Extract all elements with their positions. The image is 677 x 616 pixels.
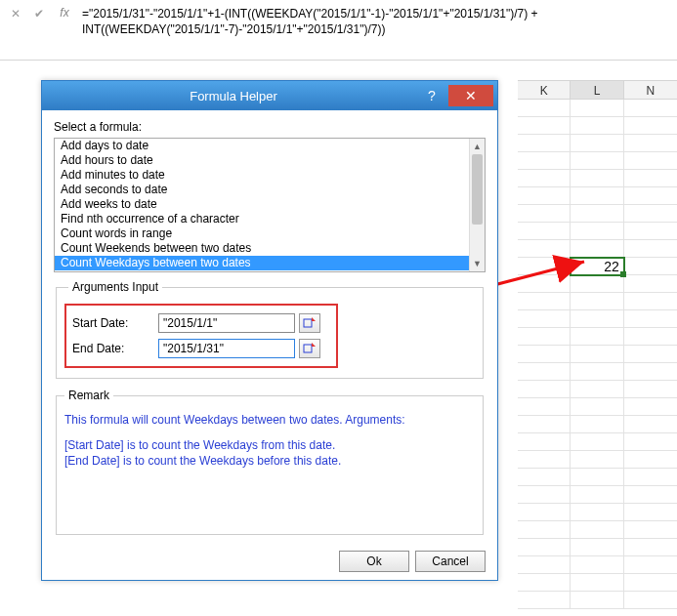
formula-list-item[interactable]: Find nth occurrence of a character [55, 212, 469, 226]
scroll-up-icon[interactable]: ▲ [470, 139, 485, 154]
formula-bar: ✕ ✔ fx ="2015/1/31"-"2015/1/1"+1-(INT((W… [0, 2, 677, 61]
remark-fieldset: Remark This formula will count Weekdays … [56, 389, 484, 535]
formula-list-item[interactable]: Add hours to date [55, 153, 469, 168]
help-button[interactable]: ? [415, 85, 448, 106]
fx-label[interactable]: fx [53, 4, 76, 20]
remark-line-1: This formula will count Weekdays between… [64, 412, 475, 428]
dialog-button-row: Ok Cancel [54, 545, 486, 572]
formula-list-item[interactable]: Add days to date [55, 139, 469, 153]
dialog-title: Formula Helper [52, 89, 415, 103]
formula-input[interactable]: ="2015/1/31"-"2015/1/1"+1-(INT((WEEKDAY(… [76, 4, 671, 39]
column-header-l[interactable]: L [571, 80, 623, 100]
remark-line-2: [Start Date] is to count the Weekdays fr… [64, 437, 475, 453]
end-date-label: End Date: [72, 342, 154, 355]
dialog-titlebar[interactable]: Formula Helper ? ✕ [42, 81, 497, 110]
formula-list-item[interactable]: Count Weekends between two dates [55, 241, 469, 256]
remark-legend: Remark [64, 389, 113, 402]
end-date-input[interactable] [158, 339, 295, 358]
start-date-label: Start Date: [72, 316, 154, 330]
formula-helper-dialog: Formula Helper ? ✕ Select a formula: Add… [41, 80, 498, 581]
formula-list-item[interactable]: Count the number of specific weekday [55, 270, 469, 272]
select-formula-label: Select a formula: [54, 120, 486, 134]
scroll-thumb[interactable] [472, 154, 483, 225]
scrollbar[interactable]: ▲ ▼ [469, 139, 485, 271]
remark-line-3: [End Date] is to count the Weekdays befo… [64, 453, 475, 469]
close-button[interactable]: ✕ [448, 85, 493, 106]
arguments-box: Start Date: End Date: [64, 304, 338, 368]
start-date-input[interactable] [158, 313, 295, 333]
start-date-range-picker[interactable] [299, 313, 320, 333]
end-date-range-picker[interactable] [299, 339, 320, 358]
formula-confirm-icon[interactable]: ✔ [29, 4, 49, 23]
arguments-fieldset: Arguments Input Start Date: End Date: [56, 280, 484, 379]
formula-listbox[interactable]: Add days to dateAdd hours to dateAdd min… [54, 138, 486, 272]
cancel-button[interactable]: Cancel [415, 551, 486, 572]
svg-rect-1 [304, 319, 312, 327]
formula-list-item[interactable]: Add minutes to date [55, 168, 469, 183]
arguments-legend: Arguments Input [68, 280, 162, 294]
formula-list-item[interactable]: Count words in range [55, 226, 469, 241]
result-cell[interactable]: 22 [571, 258, 623, 275]
column-header-k[interactable]: K [518, 80, 571, 100]
formula-cancel-icon[interactable]: ✕ [6, 4, 25, 23]
scroll-down-icon[interactable]: ▼ [470, 256, 485, 271]
column-header-n[interactable]: N [624, 80, 677, 100]
column-headers: K L N [518, 80, 677, 100]
ok-button[interactable]: Ok [339, 551, 409, 572]
formula-list-item[interactable]: Add weeks to date [55, 197, 469, 212]
grid[interactable]: 22 [518, 100, 677, 616]
formula-list-item[interactable]: Add seconds to date [55, 183, 469, 197]
formula-list-item[interactable]: Count Weekdays between two dates [55, 256, 469, 270]
svg-rect-2 [304, 345, 312, 352]
dialog-body: Select a formula: Add days to dateAdd ho… [42, 110, 497, 580]
